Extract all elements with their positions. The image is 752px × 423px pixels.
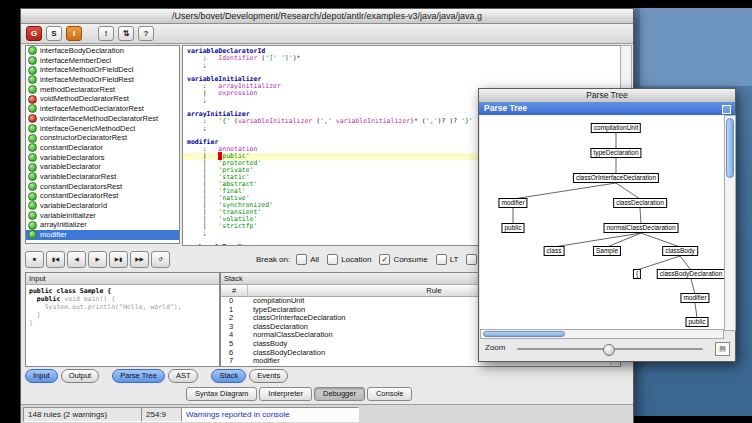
rule-item-constantdeclaratorrest[interactable]: constantDeclaratorRest bbox=[26, 191, 179, 201]
status-warning-message[interactable]: Warnings reported in console bbox=[181, 407, 359, 422]
zoom-slider[interactable] bbox=[517, 340, 703, 358]
view-tab-parse-tree[interactable]: Parse Tree bbox=[112, 369, 165, 383]
save-icon[interactable]: S bbox=[46, 26, 62, 41]
tree-node-sample[interactable]: Sample bbox=[593, 246, 621, 256]
parse-tree-vertical-scrollbar[interactable] bbox=[724, 115, 736, 331]
window-titlebar[interactable]: /Users/bovet/Development/Research/depot/… bbox=[21, 9, 633, 24]
parse-tree-hscroll-thumb[interactable] bbox=[483, 331, 565, 337]
rule-item-variabledeclarator[interactable]: variableDeclarator bbox=[26, 162, 179, 172]
parse-tree-horizontal-scrollbar[interactable] bbox=[480, 329, 724, 339]
rule-item-interfacememberdecl[interactable]: interfaceMemberDecl bbox=[26, 56, 179, 66]
view-tab-stack[interactable]: Stack bbox=[211, 369, 246, 383]
rule-item-interfacemethodorfieldrest[interactable]: interfaceMethodOrFieldRest bbox=[26, 75, 179, 85]
detach-icon[interactable] bbox=[722, 105, 731, 114]
breakon-location-checkbox[interactable]: Location bbox=[327, 254, 371, 265]
rule-label: variableDeclaratorRest bbox=[40, 172, 116, 182]
tab-console[interactable]: Console bbox=[367, 387, 413, 401]
input-code[interactable]: public class Sample { public void main()… bbox=[26, 285, 219, 329]
parse-tree-titlebar[interactable]: Parse Tree bbox=[479, 89, 735, 103]
editor-token: variableInitializer bbox=[336, 117, 410, 125]
break-on-label: Break on: bbox=[256, 255, 290, 264]
rule-ok-icon bbox=[28, 104, 37, 113]
grammar-icon[interactable]: G bbox=[26, 26, 42, 41]
export-page-icon[interactable]: ▤ bbox=[715, 342, 730, 356]
tab-interpreter[interactable]: Interpreter bbox=[259, 387, 312, 401]
zoom-slider-knob[interactable] bbox=[603, 344, 615, 356]
rule-item-interfacegenericmethoddecl[interactable]: interfaceGenericMethodDecl bbox=[26, 124, 179, 134]
check-grammar-icon[interactable]: ! bbox=[98, 26, 114, 41]
view-tab-input[interactable]: Input bbox=[25, 369, 58, 383]
rule-ok-icon bbox=[28, 143, 37, 152]
fast-forward-button[interactable]: ▶▶ bbox=[130, 251, 149, 268]
rule-item-interfacemethodorfielddecl[interactable]: interfaceMethodOrFieldDecl bbox=[26, 65, 179, 75]
breakon-consume-checkbox[interactable]: ✓Consume bbox=[379, 254, 427, 265]
rule-ok-icon bbox=[28, 221, 37, 230]
checkbox-unchecked-icon[interactable] bbox=[327, 254, 338, 265]
rule-ok-icon bbox=[28, 201, 37, 210]
debugger-buttons: ■▮◀◀▶▶▮▶▶↺ bbox=[25, 251, 170, 268]
rule-item-constantdeclarator[interactable]: constantDeclarator bbox=[26, 143, 179, 153]
breakon-all-checkbox[interactable]: All bbox=[296, 254, 319, 265]
window-title: /Users/bovet/Development/Research/depot/… bbox=[172, 11, 482, 21]
checkbox-checked-icon[interactable]: ✓ bbox=[379, 254, 390, 265]
go-to-end-button[interactable]: ▶▮ bbox=[109, 251, 128, 268]
tree-node-class[interactable]: class bbox=[544, 246, 565, 256]
stack-row-index: 0 bbox=[221, 297, 247, 306]
rule-item-voidmethoddeclaratorrest[interactable]: voidMethodDeclaratorRest bbox=[26, 94, 179, 104]
step-back-button[interactable]: ◀ bbox=[67, 251, 86, 268]
step-forward-button[interactable]: ▶ bbox=[88, 251, 107, 268]
rule-ok-icon bbox=[28, 153, 37, 162]
rule-item-variabledeclaratorrest[interactable]: variableDeclaratorRest bbox=[26, 172, 179, 182]
stop-button[interactable]: ■ bbox=[25, 251, 44, 268]
breakon-lt-checkbox[interactable]: LT bbox=[436, 254, 459, 265]
rule-item-variableinitializer[interactable]: variableInitializer bbox=[26, 211, 179, 221]
tree-node-modifier[interactable]: modifier bbox=[680, 293, 709, 303]
rule-ok-icon bbox=[28, 134, 37, 143]
input-token: public bbox=[29, 295, 64, 303]
find-icon[interactable]: ? bbox=[138, 26, 154, 41]
view-tab-ast[interactable]: AST bbox=[168, 369, 199, 383]
tree-node-classbodydeclaration[interactable]: classBodyDeclaration bbox=[657, 269, 724, 279]
rule-item-constantdeclaratorsrest[interactable]: constantDeclaratorsRest bbox=[26, 182, 179, 192]
rule-item-modifier[interactable]: modifier bbox=[26, 230, 179, 240]
tree-node-modifier[interactable]: modifier bbox=[498, 198, 527, 208]
mode-tabs: Syntax DiagramInterpreterDebuggerConsole bbox=[186, 387, 412, 401]
checkbox-unchecked-icon[interactable] bbox=[436, 254, 447, 265]
go-to-start-button[interactable]: ▮◀ bbox=[46, 251, 65, 268]
checkbox-unchecked-icon[interactable] bbox=[466, 254, 477, 265]
tree-node-classbody[interactable]: classBody bbox=[662, 246, 698, 256]
tab-syntax-diagram[interactable]: Syntax Diagram bbox=[186, 387, 257, 401]
tree-node-classorinterfacedeclaration[interactable]: classOrInterfaceDeclaration bbox=[573, 173, 659, 183]
rule-item-variabledeclarators[interactable]: variableDeclarators bbox=[26, 153, 179, 163]
tree-node-typedeclaration[interactable]: typeDeclaration bbox=[590, 148, 641, 158]
stack-row-index: 7 bbox=[221, 357, 247, 366]
rule-label: interfaceMemberDecl bbox=[40, 56, 111, 66]
rule-ok-icon bbox=[28, 163, 37, 172]
tree-node-compilationunit[interactable]: compilationUnit bbox=[591, 123, 641, 133]
rule-item-variabledeclaratorid[interactable]: variableDeclaratorId bbox=[26, 201, 179, 211]
interpreter-icon[interactable]: I bbox=[66, 26, 82, 41]
tree-node-normalclassdeclaration[interactable]: normalClassDeclaration bbox=[604, 223, 679, 233]
view-tab-output[interactable]: Output bbox=[61, 369, 100, 383]
rule-item-constructordeclaratorrest[interactable]: constructorDeclaratorRest bbox=[26, 133, 179, 143]
editor-token: ( bbox=[230, 117, 238, 125]
rule-item-arrayinitializer[interactable]: arrayInitializer bbox=[26, 220, 179, 230]
rule-item-methoddeclaratorrest[interactable]: methodDeclaratorRest bbox=[26, 85, 179, 95]
parse-tree-vscroll-thumb[interactable] bbox=[726, 118, 734, 178]
tab-debugger[interactable]: Debugger bbox=[314, 387, 365, 401]
view-tab-events[interactable]: Events bbox=[249, 369, 288, 383]
sort-rules-icon[interactable]: ⇅ bbox=[118, 26, 134, 41]
tree-node-public[interactable]: public bbox=[502, 223, 525, 233]
restart-button[interactable]: ↺ bbox=[151, 251, 170, 268]
rule-label: constantDeclarator bbox=[40, 143, 103, 153]
rule-item-interfacebodydeclaration[interactable]: interfaceBodyDeclaration bbox=[26, 46, 179, 56]
tree-node-public[interactable]: public bbox=[686, 317, 709, 327]
parse-tree-canvas[interactable]: compilationUnittypeDeclarationclassOrInt… bbox=[480, 115, 724, 329]
checkbox-unchecked-icon[interactable] bbox=[296, 254, 307, 265]
rule-item-interfacemethoddeclaratorrest[interactable]: interfaceMethodDeclaratorRest bbox=[26, 104, 179, 114]
stack-row-index: 4 bbox=[221, 331, 247, 340]
rule-item-voidinterfacemethoddeclaratorrest[interactable]: voidInterfaceMethodDeclaratorRest bbox=[26, 114, 179, 124]
rule-label: interfaceMethodOrFieldRest bbox=[40, 75, 134, 85]
tree-node-classdeclaration[interactable]: classDeclaration bbox=[613, 198, 667, 208]
tree-node-item[interactable]: { bbox=[633, 269, 641, 279]
